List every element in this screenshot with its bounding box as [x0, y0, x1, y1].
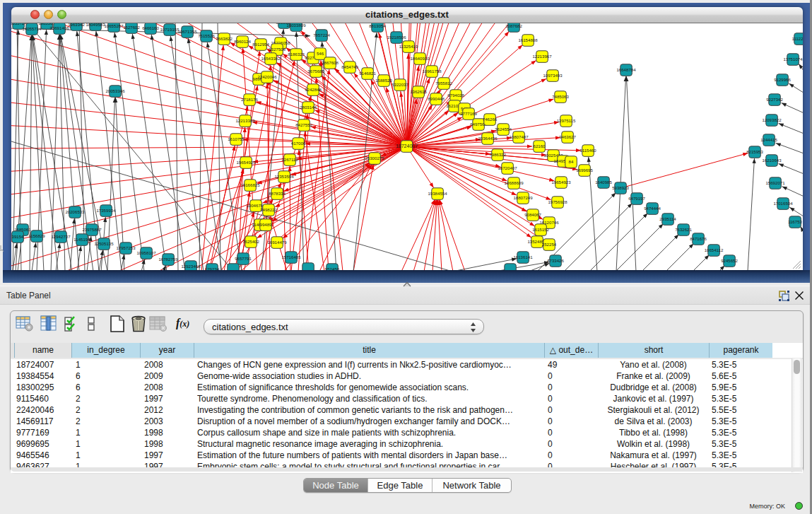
svg-text:7515526: 7515526: [198, 33, 215, 38]
svg-text:20364436: 20364436: [478, 136, 498, 141]
svg-text:6794028: 6794028: [447, 93, 464, 98]
svg-text:25300275: 25300275: [365, 156, 384, 160]
svg-text:16210643: 16210643: [762, 158, 782, 163]
svg-text:3675685: 3675685: [307, 69, 324, 74]
svg-text:1527602: 1527602: [123, 25, 140, 30]
svg-text:3267110: 3267110: [281, 157, 298, 162]
svg-text:10958107: 10958107: [136, 250, 156, 255]
svg-text:18640910: 18640910: [410, 56, 430, 61]
svg-text:1145194: 1145194: [73, 237, 90, 242]
svg-text:7663822: 7663822: [216, 36, 233, 41]
svg-text:1640985: 1640985: [595, 180, 612, 185]
svg-text:8454749: 8454749: [341, 64, 358, 69]
svg-text:8990448: 8990448: [428, 96, 445, 101]
svg-text:9777169: 9777169: [460, 111, 477, 116]
svg-text:9463627: 9463627: [559, 134, 576, 139]
svg-text:252254: 252254: [542, 242, 557, 247]
svg-text:16543382: 16543382: [261, 56, 281, 61]
svg-text:2055724: 2055724: [11, 23, 27, 25]
svg-text:9327506: 9327506: [269, 47, 286, 52]
svg-text:9115460: 9115460: [579, 148, 596, 153]
svg-text:10719155: 10719155: [160, 27, 180, 32]
svg-text:9129966: 9129966: [774, 77, 791, 82]
svg-text:12213967: 12213967: [532, 54, 552, 59]
svg-text:10671355: 10671355: [177, 29, 197, 34]
svg-text:2867608: 2867608: [322, 60, 339, 65]
svg-text:9474444: 9474444: [644, 206, 661, 211]
svg-text:19654925: 19654925: [236, 160, 256, 165]
svg-text:1362615: 1362615: [410, 89, 427, 94]
svg-text:16782759: 16782759: [158, 257, 178, 262]
svg-text:10807487: 10807487: [509, 134, 529, 139]
svg-text:7485063: 7485063: [552, 94, 569, 99]
svg-text:9227342: 9227342: [766, 97, 783, 102]
svg-text:9657791: 9657791: [235, 256, 252, 261]
svg-text:8813054: 8813054: [369, 23, 386, 28]
svg-text:9699695: 9699695: [576, 168, 593, 173]
svg-text:17359934: 17359934: [96, 208, 116, 213]
svg-text:18807249: 18807249: [513, 195, 533, 200]
svg-text:19166825: 19166825: [240, 182, 260, 187]
svg-text:8215953: 8215953: [746, 149, 763, 154]
svg-text:1244415: 1244415: [760, 137, 777, 142]
svg-text:15720407: 15720407: [498, 165, 517, 170]
svg-text:10654112: 10654112: [705, 247, 724, 252]
svg-text:19654923: 19654923: [551, 180, 571, 185]
svg-text:9245652: 9245652: [721, 258, 738, 263]
svg-text:129234: 129234: [205, 267, 220, 270]
svg-text:12353594: 12353594: [274, 174, 294, 179]
svg-text:1112225: 1112225: [792, 36, 803, 41]
svg-text:9146821: 9146821: [359, 71, 376, 76]
svg-text:12923468: 12923468: [181, 264, 201, 269]
svg-text:5322037: 5322037: [392, 82, 408, 87]
svg-text:12093822: 12093822: [762, 117, 782, 122]
svg-text:12942737: 12942737: [51, 234, 71, 239]
svg-text:1615152: 1615152: [532, 227, 549, 232]
svg-text:8186323: 8186323: [288, 52, 305, 57]
svg-text:2803144: 2803144: [300, 105, 317, 110]
svg-text:12505135: 12505135: [94, 241, 114, 246]
svg-text:16154808: 16154808: [518, 37, 538, 42]
svg-text:8471676: 8471676: [690, 236, 707, 241]
svg-text:10973493: 10973493: [543, 73, 563, 78]
svg-text:17957253: 17957253: [116, 245, 136, 250]
svg-text:23975887: 23975887: [82, 227, 102, 232]
svg-text:16914479: 16914479: [267, 240, 287, 245]
svg-text:17016504: 17016504: [773, 201, 793, 206]
svg-text:7955812: 7955812: [435, 81, 452, 86]
svg-text:10655267: 10655267: [104, 23, 124, 28]
svg-text:14055714: 14055714: [22, 26, 42, 31]
svg-text:116753: 116753: [788, 219, 802, 224]
svg-text:10688609: 10688609: [504, 180, 524, 185]
svg-text:13751074: 13751074: [783, 57, 803, 62]
svg-text:746266: 746266: [483, 117, 498, 122]
svg-text:2087682: 2087682: [505, 23, 522, 28]
svg-text:16033809: 16033809: [286, 23, 306, 28]
svg-text:20691406: 20691406: [49, 25, 69, 30]
svg-text:20206533: 20206533: [65, 209, 85, 214]
svg-text:7857224: 7857224: [313, 33, 330, 37]
svg-text:2718176: 2718176: [241, 97, 258, 102]
svg-text:39154: 39154: [12, 234, 25, 239]
svg-text:10961758: 10961758: [422, 69, 442, 74]
svg-text:8960124: 8960124: [234, 39, 251, 44]
svg-text:952450: 952450: [325, 267, 340, 270]
svg-text:1588520: 1588520: [375, 78, 392, 83]
svg-text:9242848: 9242848: [305, 87, 322, 92]
svg-text:1156829: 1156829: [28, 233, 45, 238]
svg-text:84: 84: [569, 159, 574, 164]
svg-text:20053346: 20053346: [105, 88, 125, 93]
svg-text:3498222: 3498222: [260, 207, 277, 212]
svg-text:1733426: 1733426: [547, 258, 564, 263]
svg-text:16136141: 16136141: [513, 255, 533, 259]
svg-text:16648784: 16648784: [616, 67, 636, 72]
svg-text:15716485: 15716485: [281, 255, 301, 259]
svg-text:22420046: 22420046: [257, 74, 277, 79]
svg-text:1963342: 1963342: [68, 23, 85, 27]
svg-text:15692071: 15692071: [765, 180, 785, 185]
svg-text:6479197: 6479197: [628, 196, 645, 201]
svg-text:18724007: 18724007: [396, 144, 418, 148]
svg-text:12975115: 12975115: [557, 118, 576, 123]
svg-text:1610755: 1610755: [228, 136, 245, 141]
svg-text:3624554: 3624554: [495, 127, 512, 132]
